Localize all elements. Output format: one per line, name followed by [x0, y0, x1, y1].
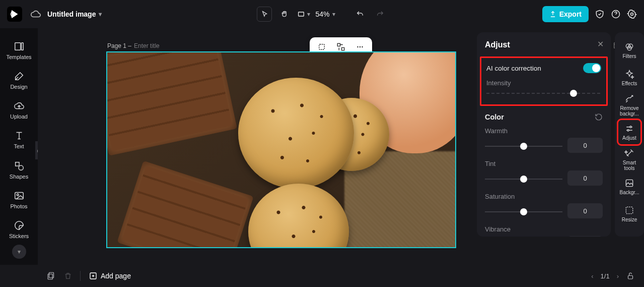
- export-button[interactable]: Export: [542, 6, 589, 22]
- color-control-vibrance: Vibrance0: [485, 225, 603, 237]
- svg-rect-26: [49, 272, 54, 278]
- adjust-panel: Adjust ✕ AI color correction Intensity C…: [477, 32, 611, 237]
- svg-point-2: [631, 13, 633, 16]
- ai-color-correction-section: AI color correction Intensity: [480, 56, 608, 106]
- pager: ‹ 1/1 ›: [591, 271, 635, 280]
- zoom-value: 54%: [315, 10, 329, 18]
- color-control-saturation: Saturation0: [485, 193, 603, 218]
- user-avatar[interactable]: ▾: [12, 245, 26, 259]
- add-page-label: Add page: [101, 272, 131, 280]
- nav-photos[interactable]: Photos: [0, 185, 38, 214]
- image-frame[interactable]: [106, 51, 456, 248]
- tool-remove-backgr-[interactable]: Remove backgr...: [617, 92, 641, 118]
- svg-rect-25: [626, 207, 632, 213]
- nav-stickers[interactable]: Stickers: [0, 215, 38, 245]
- chevron-down-icon: ▾: [332, 11, 335, 18]
- chevron-down-icon: ▾: [307, 11, 310, 18]
- chevron-down-icon: ▾: [99, 11, 102, 18]
- svg-rect-5: [15, 162, 19, 165]
- cloud-icon[interactable]: [30, 9, 41, 20]
- document-title-text: Untitled image: [47, 10, 96, 18]
- svg-point-6: [19, 165, 23, 170]
- control-label: Tint: [485, 160, 603, 167]
- control-label: Warmth: [485, 127, 603, 135]
- right-tools: FiltersEffectsRemove backgr...AdjustSmar…: [615, 32, 644, 237]
- control-label: Saturation: [485, 193, 603, 200]
- svg-rect-11: [342, 48, 344, 50]
- nav-shapes[interactable]: Shapes: [0, 155, 38, 185]
- ai-cc-toggle[interactable]: [583, 63, 601, 73]
- nav-upload[interactable]: Upload: [0, 95, 38, 125]
- prev-page-button[interactable]: ‹: [591, 272, 593, 280]
- nav-text[interactable]: Text: [0, 125, 38, 155]
- color-control-warmth: Warmth0: [485, 127, 603, 153]
- undo-button[interactable]: [352, 7, 368, 22]
- saturation-slider[interactable]: [485, 208, 562, 216]
- shield-icon[interactable]: [595, 9, 605, 19]
- svg-point-8: [17, 194, 19, 196]
- tool-filters[interactable]: Filters: [617, 37, 641, 64]
- tint-value[interactable]: 0: [567, 170, 603, 186]
- svg-rect-29: [628, 275, 633, 279]
- nav-design[interactable]: Design: [0, 65, 38, 95]
- svg-rect-0: [298, 12, 304, 16]
- intensity-label: Intensity: [486, 79, 511, 87]
- delete-page-button[interactable]: [64, 272, 72, 280]
- tool-adjust[interactable]: Adjust: [617, 119, 641, 145]
- nav-templates[interactable]: Templates: [0, 35, 38, 65]
- redo-button[interactable]: [373, 7, 388, 22]
- add-page-button[interactable]: Add page: [89, 271, 131, 280]
- page-prefix: Page 1 –: [107, 42, 131, 49]
- next-page-button[interactable]: ›: [617, 272, 619, 280]
- tool-effects[interactable]: Effects: [617, 65, 641, 91]
- svg-rect-24: [626, 180, 632, 186]
- export-label: Export: [559, 10, 582, 18]
- tint-slider[interactable]: [485, 175, 562, 183]
- warmth-slider[interactable]: [485, 142, 562, 150]
- control-label: Vibrance: [485, 225, 603, 233]
- pages-button[interactable]: [47, 271, 56, 280]
- frame-tool[interactable]: ▾: [297, 10, 310, 18]
- lock-icon[interactable]: [626, 271, 635, 280]
- reset-icon[interactable]: [595, 113, 603, 121]
- settings-icon[interactable]: [627, 9, 637, 19]
- document-title[interactable]: Untitled image ▾: [47, 10, 102, 18]
- page-title-placeholder: Enter title: [134, 42, 160, 49]
- pointer-tool[interactable]: [256, 7, 271, 22]
- svg-rect-9: [319, 44, 325, 50]
- color-control-tint: Tint0: [485, 160, 603, 186]
- tool-backgr-[interactable]: Backgr...: [617, 174, 641, 200]
- svg-point-23: [627, 130, 629, 131]
- adjust-title: Adjust: [485, 40, 603, 49]
- bottom-bar: Add page ‹ 1/1 ›: [38, 265, 644, 287]
- warmth-value[interactable]: 0: [567, 138, 603, 153]
- app-logo[interactable]: [7, 7, 22, 22]
- svg-rect-4: [21, 42, 23, 50]
- svg-rect-3: [15, 42, 20, 50]
- svg-rect-10: [337, 43, 340, 46]
- pager-value: 1/1: [601, 272, 610, 280]
- top-right-controls: Export: [542, 6, 637, 22]
- help-icon[interactable]: [611, 9, 621, 19]
- canvas-image: [107, 52, 455, 247]
- zoom-control[interactable]: 54% ▾: [315, 10, 335, 18]
- svg-point-14: [362, 46, 363, 47]
- tool-resize[interactable]: Resize: [617, 201, 641, 227]
- svg-point-22: [630, 126, 631, 128]
- tool-smart-tools[interactable]: Smart tools: [617, 146, 641, 173]
- ai-cc-label: AI color correction: [486, 65, 541, 72]
- svg-point-13: [360, 46, 361, 47]
- left-nav: Templates Design Upload Text Shapes Phot…: [0, 28, 38, 265]
- svg-rect-27: [48, 274, 52, 279]
- saturation-value[interactable]: 0: [567, 203, 603, 218]
- top-center-controls: ▾ 54% ▾: [256, 7, 387, 22]
- vibrance-value[interactable]: 0: [567, 236, 603, 237]
- close-icon[interactable]: ✕: [597, 39, 604, 49]
- color-section-title: Color: [485, 113, 504, 121]
- svg-point-12: [357, 46, 358, 47]
- svg-rect-7: [15, 193, 23, 199]
- intensity-slider[interactable]: [486, 89, 601, 97]
- hand-tool[interactable]: [276, 7, 292, 22]
- topbar: Untitled image ▾ ▾ 54% ▾ Export: [0, 0, 644, 28]
- page-info[interactable]: Page 1 – Enter title: [107, 42, 160, 49]
